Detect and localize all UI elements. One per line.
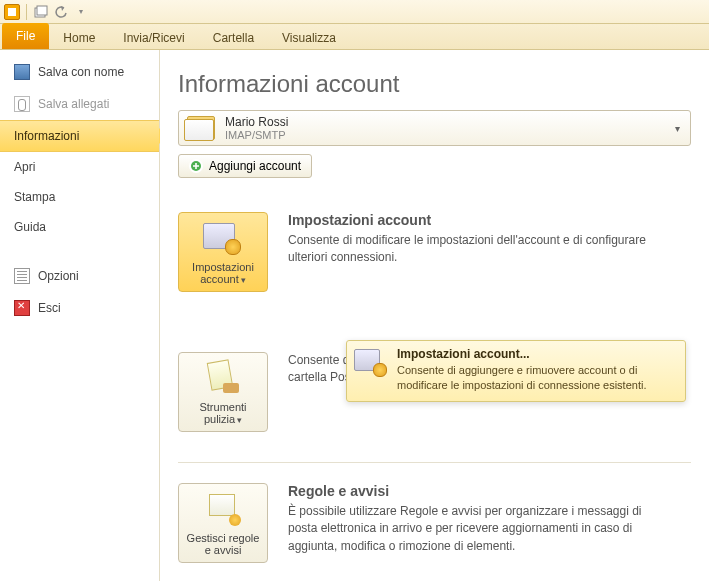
account-protocol: IMAP/SMTP: [225, 129, 288, 141]
options-icon: [14, 268, 30, 284]
account-name: Mario Rossi: [225, 115, 288, 129]
sidebar-item-label: Esci: [38, 301, 61, 315]
sidebar-save-attachments: Salva allegati: [0, 88, 159, 120]
attachment-icon: [14, 96, 30, 112]
section-heading: Regole e avvisi: [288, 483, 668, 499]
svg-rect-1: [37, 6, 47, 15]
ribbon-tabs: File Home Invia/Ricevi Cartella Visualiz…: [0, 24, 709, 50]
sidebar-options[interactable]: Opzioni: [0, 260, 159, 292]
chevron-down-icon: ▾: [237, 415, 242, 425]
sidebar-item-label: Salva allegati: [38, 97, 109, 111]
tab-folder[interactable]: Cartella: [199, 27, 268, 49]
sidebar-save-as[interactable]: Salva con nome: [0, 56, 159, 88]
section-desc: È possibile utilizzare Regole e avvisi p…: [288, 503, 668, 555]
account-settings-menu-item[interactable]: Impostazioni account... Consente di aggi…: [346, 340, 686, 402]
tab-file[interactable]: File: [2, 23, 49, 49]
sidebar-info[interactable]: Informazioni: [0, 120, 159, 152]
qat-button[interactable]: [33, 4, 49, 20]
save-icon: [14, 64, 30, 80]
sidebar-item-label: Salva con nome: [38, 65, 124, 79]
page-title: Informazioni account: [178, 70, 691, 98]
sidebar-exit[interactable]: Esci: [0, 292, 159, 324]
chevron-down-icon: ▾: [675, 123, 680, 134]
sidebar-item-label: Informazioni: [14, 129, 79, 143]
sidebar-print[interactable]: Stampa: [0, 182, 159, 212]
cleanup-icon: [203, 361, 243, 395]
menu-item-title: Impostazioni account...: [397, 347, 675, 361]
tab-view[interactable]: Visualizza: [268, 27, 350, 49]
chevron-down-icon: ▾: [241, 275, 246, 285]
undo-icon[interactable]: [53, 4, 69, 20]
section-heading: Impostazioni account: [288, 212, 668, 228]
section-desc: Consente di modificare le impostazioni d…: [288, 232, 668, 267]
sidebar-item-label: Stampa: [14, 190, 55, 204]
cleanup-tools-button[interactable]: Strumenti pulizia▾: [178, 352, 268, 432]
account-settings-icon: [357, 349, 387, 377]
button-label: Gestisci regole e avvisi: [187, 532, 260, 556]
add-account-button[interactable]: Aggiungi account: [178, 154, 312, 178]
sidebar-open[interactable]: Apri: [0, 152, 159, 182]
account-selector[interactable]: Mario Rossi IMAP/SMTP ▾: [178, 110, 691, 146]
plus-icon: [189, 159, 203, 173]
separator: [178, 462, 691, 463]
account-settings-button[interactable]: Impostazioni account▾: [178, 212, 268, 292]
rules-icon: [203, 492, 243, 526]
sidebar-item-label: Guida: [14, 220, 46, 234]
sidebar-help[interactable]: Guida: [0, 212, 159, 242]
backstage-content: Informazioni account Mario Rossi IMAP/SM…: [160, 50, 709, 581]
backstage-sidebar: Salva con nome Salva allegati Informazio…: [0, 50, 160, 581]
separator: [26, 4, 27, 20]
add-account-label: Aggiungi account: [209, 159, 301, 173]
qat-dropdown-icon[interactable]: ▾: [73, 4, 89, 20]
account-settings-icon: [203, 221, 243, 255]
tab-send-receive[interactable]: Invia/Ricevi: [109, 27, 198, 49]
rules-alerts-button[interactable]: Gestisci regole e avvisi: [178, 483, 268, 563]
quick-access-toolbar: ▾: [0, 0, 709, 24]
sidebar-item-label: Apri: [14, 160, 35, 174]
menu-item-desc: Consente di aggiungere e rimuovere accou…: [397, 363, 675, 393]
account-folder-icon: [187, 116, 215, 140]
sidebar-item-label: Opzioni: [38, 269, 79, 283]
exit-icon: [14, 300, 30, 316]
tab-home[interactable]: Home: [49, 27, 109, 49]
app-icon: [4, 4, 20, 20]
